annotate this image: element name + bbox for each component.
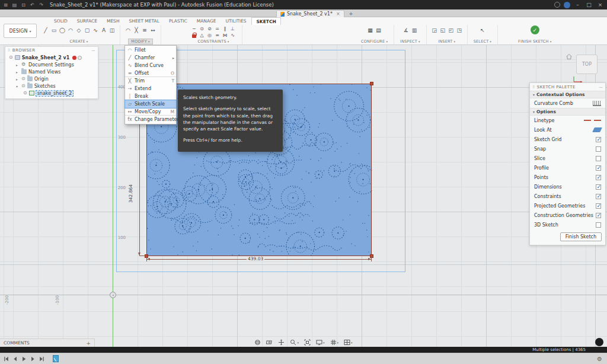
ribbon-icon-midpoint[interactable]: △: [198, 32, 206, 39]
menu-item-trim[interactable]: ╳ Trim T: [125, 77, 176, 85]
ribbon-icon-perpendicular[interactable]: ⊥: [229, 25, 237, 32]
ribbon-icon-insert-mcmaster[interactable]: ◳: [455, 25, 464, 34]
ribbon-icon-move[interactable]: ↔: [149, 25, 157, 34]
viewcube[interactable]: TOP: [576, 55, 598, 74]
palette-option-curvature-comb[interactable]: Curvature Comb: [530, 98, 605, 108]
ribbon-icon-configure[interactable]: ▦: [366, 25, 375, 34]
orbit-button[interactable]: [254, 339, 261, 346]
ribbon-icon-arc[interactable]: ◠: [66, 25, 75, 34]
notification-icon[interactable]: [554, 2, 560, 8]
menu-item-fillet[interactable]: ◠ Fillet: [125, 46, 176, 54]
expand-chevron-icon[interactable]: [16, 84, 20, 88]
option-checkbox[interactable]: [596, 184, 601, 190]
create-menu-button[interactable]: CREATE: [67, 39, 90, 44]
close-tab-icon[interactable]: ×: [336, 11, 340, 17]
contextual-options-section[interactable]: Contextual Options: [530, 91, 605, 98]
ribbon-icon-collinear[interactable]: ≡: [213, 32, 221, 39]
palette-option-3d-sketch[interactable]: 3D Sketch: [530, 220, 605, 229]
ribbon-icon-configuration-table[interactable]: ▤: [375, 25, 383, 34]
visibility-eye-icon[interactable]: [9, 55, 13, 60]
expand-chevron-icon[interactable]: [16, 77, 20, 81]
document-tab[interactable]: Snake_Sheet_2 v1* ×: [276, 10, 344, 17]
ribbon-icon-trim[interactable]: ╳: [132, 25, 140, 34]
ribbon-tab-plastic[interactable]: PLASTIC: [165, 17, 191, 25]
menu-item-chamfer[interactable]: ╱ Chamfer: [125, 54, 176, 62]
palette-option-slice[interactable]: Slice: [530, 154, 605, 163]
ribbon-icon-tangent[interactable]: ⊘: [206, 25, 213, 32]
ribbon-tab-sheet-metal[interactable]: SHEET METAL: [125, 17, 164, 25]
collapse-panel-icon[interactable]: [599, 85, 603, 90]
palette-option-snap[interactable]: Snap: [530, 144, 605, 154]
grid-settings-button[interactable]: ▾: [330, 339, 339, 346]
ribbon-icon-section-analysis[interactable]: ▥: [410, 25, 418, 34]
viewports-button[interactable]: ▾: [344, 339, 353, 346]
visibility-eye-icon[interactable]: [23, 91, 27, 95]
ribbon-icon-text[interactable]: A: [100, 25, 108, 34]
palette-option-projected-geometries[interactable]: Projected Geometries: [530, 201, 605, 210]
option-checkbox[interactable]: [596, 156, 601, 161]
minimize-button[interactable]: –: [574, 2, 582, 8]
home-view-icon[interactable]: [566, 53, 573, 60]
ribbon-icon-equal[interactable]: =: [213, 25, 221, 32]
tree-row-document-settings[interactable]: Document Settings: [5, 61, 98, 68]
ribbon-icon-parallel[interactable]: ∥: [221, 25, 229, 32]
option-checkbox[interactable]: [596, 146, 601, 152]
user-avatar[interactable]: [564, 2, 570, 8]
vertical-dimension-value[interactable]: 342.864: [128, 182, 133, 206]
timeline-skip-end-button[interactable]: [38, 355, 45, 363]
option-checkbox[interactable]: [596, 137, 601, 142]
option-checkbox[interactable]: [596, 203, 601, 209]
inspect-menu-button[interactable]: INSPECT: [398, 39, 423, 44]
horizontal-dimension-value[interactable]: 439.03: [247, 256, 264, 261]
configure-menu-button[interactable]: CONFIGURE: [359, 39, 390, 44]
modify-menu-button[interactable]: MODIFY: [129, 39, 152, 44]
menu-item-sketch-scale[interactable]: ▱ Sketch Scale: [125, 100, 176, 108]
ribbon-icon-insert-dxf[interactable]: ◱: [439, 25, 447, 34]
menu-item-blend-curve[interactable]: ∿ Blend Curve: [125, 62, 176, 69]
ribbon-tab-utilities[interactable]: UTILITIES: [221, 17, 250, 25]
new-tab-button[interactable]: +: [347, 10, 354, 17]
look-at-button[interactable]: [266, 339, 273, 346]
constraints-menu-button[interactable]: CONSTRAINTS: [195, 39, 231, 44]
timeline-step-back-button[interactable]: [11, 355, 18, 363]
palette-option-points[interactable]: Points: [530, 173, 605, 182]
insert-menu-button[interactable]: INSERT: [436, 39, 458, 44]
ribbon-icon-concentric[interactable]: ◎: [206, 32, 213, 39]
expand-chevron-icon[interactable]: [16, 63, 20, 67]
ribbon-icon-rectangle[interactable]: ▭: [50, 25, 58, 34]
look-at-icon[interactable]: [592, 127, 602, 132]
finish-sketch-icon[interactable]: [531, 25, 539, 34]
menu-item-offset[interactable]: ≡ Offset O: [125, 69, 176, 77]
expand-chevron-icon[interactable]: [16, 70, 20, 74]
maximize-button[interactable]: □: [585, 2, 593, 8]
titlebar-icon-undo[interactable]: ↶: [28, 1, 36, 8]
palette-option-look-at[interactable]: Look At: [530, 125, 605, 135]
visibility-eye-icon[interactable]: [21, 84, 25, 88]
comments-bar[interactable]: COMMENTS +: [0, 339, 95, 347]
option-checkbox[interactable]: [596, 165, 601, 171]
palette-option-sketch-grid[interactable]: Sketch Grid: [530, 135, 605, 144]
titlebar-icon-file[interactable]: ▤: [11, 1, 18, 8]
ribbon-tab-surface[interactable]: SURFACE: [73, 17, 101, 25]
palette-option-profile[interactable]: Profile: [530, 163, 605, 173]
palette-option-dimensions[interactable]: Dimensions: [530, 182, 605, 191]
ribbon-icon-fillet[interactable]: ◠: [124, 25, 132, 34]
ribbon-icon-offset[interactable]: ≡: [140, 25, 149, 34]
visibility-eye-icon[interactable]: [21, 76, 25, 81]
ribbon-icon-measure[interactable]: ∡: [402, 25, 410, 34]
options-section[interactable]: Options: [530, 108, 605, 116]
option-checkbox[interactable]: [596, 222, 601, 228]
ribbon-icon-horizontal-vertical[interactable]: ─: [190, 25, 198, 32]
palette-option-linetype[interactable]: Linetype: [530, 116, 605, 125]
ribbon-icon-symmetry[interactable]: ⋈: [221, 32, 229, 39]
option-checkbox[interactable]: [596, 213, 601, 218]
tree-row-named-views[interactable]: Named Views: [5, 68, 98, 75]
ribbon-tab-solid[interactable]: SOLID: [50, 17, 72, 25]
pan-button[interactable]: [278, 339, 285, 346]
sketch-palette-header[interactable]: SKETCH PALETTE: [530, 83, 605, 91]
finish-sketch-button[interactable]: FINISH SKETCH: [516, 39, 554, 44]
ribbon-icon-coincident[interactable]: ⊙: [198, 25, 206, 32]
viewcube-face-label[interactable]: TOP: [582, 62, 592, 67]
option-checkbox[interactable]: [596, 175, 601, 180]
selection-handle-tr[interactable]: [370, 82, 373, 85]
